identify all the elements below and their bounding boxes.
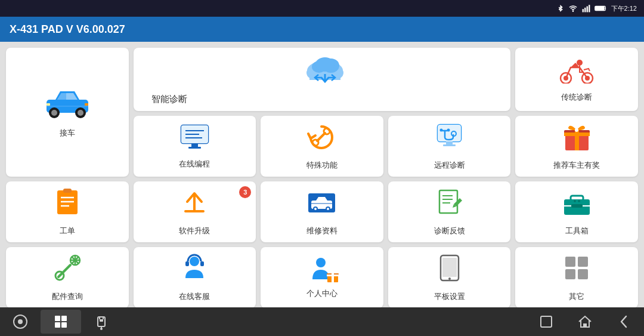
svg-rect-6 <box>595 7 604 10</box>
signal-icon <box>581 4 591 13</box>
card-remote-diag[interactable]: 远程诊断 <box>388 116 511 177</box>
card-trad-diag[interactable]: 传统诊断 <box>515 48 638 111</box>
svg-rect-66 <box>439 190 457 213</box>
time-display: 下午2:12 <box>611 4 637 13</box>
battery-icon <box>595 4 608 13</box>
svg-point-85 <box>316 258 326 267</box>
svg-point-9 <box>51 110 57 116</box>
other-label: 其它 <box>569 291 584 302</box>
svg-point-38 <box>324 128 330 134</box>
upgrade-badge: 3 <box>239 186 251 198</box>
list-icon <box>52 187 82 221</box>
monitor-icon <box>178 124 211 154</box>
card-other[interactable]: 其它 <box>515 247 638 307</box>
nav-square[interactable] <box>527 311 565 332</box>
diag-feedback-label: 诊断反馈 <box>434 226 465 236</box>
svg-rect-84 <box>200 261 204 266</box>
special-func-label: 特殊功能 <box>306 160 338 171</box>
grid-icon <box>562 253 592 286</box>
motorcycle-icon <box>559 57 595 87</box>
card-toolbox[interactable]: 工具箱 <box>515 181 638 242</box>
svg-rect-46 <box>443 144 456 146</box>
card-diag-feedback[interactable]: 诊断反馈 <box>388 181 511 242</box>
title-bar: X-431 PAD V V6.00.027 <box>0 17 644 42</box>
svg-point-82 <box>190 257 199 266</box>
card-online-service[interactable]: 在线客服 <box>134 247 256 307</box>
edit-feedback-icon <box>435 187 465 221</box>
status-bar: 下午2:12 <box>0 0 644 17</box>
nav-back[interactable] <box>605 310 644 333</box>
svg-rect-13 <box>85 103 88 106</box>
svg-rect-3 <box>586 7 587 13</box>
toolbox-icon <box>561 187 593 221</box>
status-icons: 下午2:12 <box>556 4 637 13</box>
svg-point-11 <box>78 110 83 116</box>
card-tablet-settings[interactable]: 平板设置 <box>388 247 511 307</box>
svg-rect-95 <box>565 269 575 279</box>
main-grid: 接车 <box>0 42 644 307</box>
card-personal-center[interactable]: 个人中心 <box>261 247 383 307</box>
svg-rect-93 <box>565 257 575 267</box>
tablet-settings-label: 平板设置 <box>434 291 465 302</box>
svg-rect-56 <box>63 189 72 193</box>
headset-icon <box>178 253 211 286</box>
card-parts-query[interactable]: 配件查询 <box>6 247 129 307</box>
svg-rect-110 <box>583 323 587 327</box>
nav-back-circle[interactable] <box>0 310 41 334</box>
svg-rect-100 <box>61 316 67 321</box>
stethoscope-icon <box>433 122 466 155</box>
svg-rect-45 <box>446 141 453 144</box>
card-jie-che[interactable]: 接车 <box>6 48 129 177</box>
svg-rect-73 <box>571 204 583 208</box>
svg-point-98 <box>18 319 23 324</box>
svg-rect-106 <box>100 319 103 322</box>
svg-rect-94 <box>578 257 588 267</box>
svg-rect-99 <box>55 316 60 321</box>
card-online-prog[interactable]: 在线编程 <box>134 116 256 177</box>
svg-point-37 <box>312 140 318 146</box>
nav-usb[interactable] <box>81 310 122 334</box>
parts-query-label: 配件查询 <box>52 291 83 302</box>
card-software-upgrade[interactable]: 3 软件升级 <box>134 181 256 242</box>
wrench-cross-icon <box>52 253 82 286</box>
online-service-label: 在线客服 <box>179 291 210 302</box>
svg-rect-1 <box>582 9 583 12</box>
svg-point-0 <box>572 11 573 11</box>
nav-gallery[interactable] <box>41 310 81 334</box>
svg-rect-50 <box>564 132 590 136</box>
upload-icon <box>179 187 209 221</box>
software-upgrade-label: 软件升级 <box>179 226 210 236</box>
trad-diag-label: 传统诊断 <box>561 92 592 103</box>
svg-point-75 <box>578 200 580 202</box>
person-gift-icon <box>304 257 340 283</box>
svg-rect-4 <box>589 5 590 12</box>
gift-red-icon <box>561 122 593 155</box>
svg-point-43 <box>440 129 443 132</box>
wrench-circular-icon <box>305 122 338 155</box>
svg-rect-71 <box>571 196 583 201</box>
svg-point-51 <box>575 128 578 132</box>
remote-diag-label: 远程诊断 <box>434 160 465 171</box>
tablet-icon <box>435 253 465 286</box>
car-icon <box>44 87 91 123</box>
svg-rect-83 <box>185 261 189 266</box>
nav-home[interactable] <box>565 310 605 333</box>
work-order-label: 工单 <box>60 226 75 236</box>
bluetooth-icon <box>556 4 565 13</box>
svg-point-44 <box>447 129 450 132</box>
svg-rect-89 <box>327 275 339 276</box>
svg-point-29 <box>577 60 583 66</box>
personal-center-label: 个人中心 <box>306 288 338 299</box>
svg-rect-35 <box>191 143 198 147</box>
card-recommend[interactable]: 推荐车主有奖 <box>515 116 638 177</box>
toolbox-label: 工具箱 <box>565 226 589 236</box>
card-smart-diag[interactable]: 智能诊断 <box>134 48 511 111</box>
svg-rect-12 <box>47 103 50 106</box>
card-repair-data[interactable]: 维修资料 <box>261 181 383 242</box>
svg-point-74 <box>574 200 576 202</box>
svg-point-108 <box>100 328 103 330</box>
repair-doc-icon <box>305 187 338 221</box>
card-work-order[interactable]: 工单 <box>6 181 129 242</box>
card-special-func[interactable]: 特殊功能 <box>261 116 383 177</box>
svg-point-64 <box>327 208 329 210</box>
